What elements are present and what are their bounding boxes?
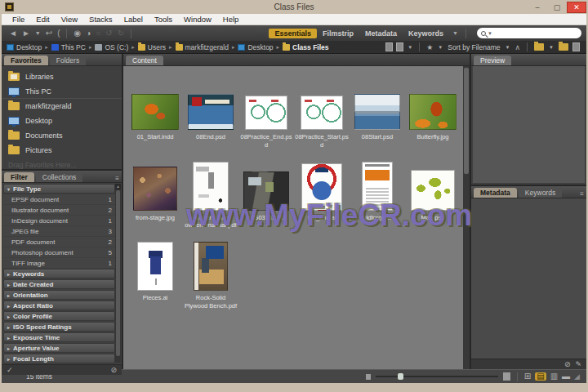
tab-keywords[interactable]: Keywords [519,188,562,198]
sort-by-label[interactable]: Sort by Filename [448,43,500,51]
tab-content[interactable]: Content [126,56,163,65]
smaller-thumbnails-icon[interactable] [366,374,371,380]
filter-section-color-profile[interactable]: ▸Color Profile [3,311,115,321]
menu-help[interactable]: Help [217,15,245,24]
breadcrumb-desktop2[interactable]: Desktop [238,43,273,51]
filter-section-aperture[interactable]: ▸Aperture Value [3,343,115,353]
favorites-item-documents[interactable]: Documents [2,128,122,143]
filter-row-tiff[interactable]: TIFF image1 [3,258,115,268]
nav-dropdown-icon[interactable]: ▼ [35,30,41,36]
sort-ascending-icon[interactable]: ∧ [514,43,520,51]
file-from-stage-jpg[interactable]: from-stage.jpg [127,152,183,230]
file-map-psd[interactable]: Map.psd [405,152,461,230]
breadcrumb-users[interactable]: Users [138,43,166,51]
file-08practice-start-psd[interactable]: 08Practice_Start.psd [294,71,350,149]
larger-thumbnails-icon[interactable] [503,372,510,381]
refine-icon[interactable]: ◑ [86,29,91,38]
workspace-tab-metadata[interactable]: Metadata [359,29,403,38]
tab-folders[interactable]: Folders [50,56,86,65]
file-img0373-jpg[interactable]: IMG0373.JPG [238,152,294,230]
favorites-item-libraries[interactable]: Libraries [2,69,122,84]
file-08end-psd[interactable]: 08End.psd [183,71,238,149]
breadcrumb-os-c[interactable]: OS (C:) [95,43,128,51]
filter-section-orientation[interactable]: ▸Orientation [3,290,115,300]
menu-window[interactable]: Window [178,15,217,24]
file-08practice-end-psd[interactable]: 08Practice_End.psd [238,71,294,149]
tab-collections[interactable]: Collections [36,172,83,182]
content-scrollbar[interactable] [463,66,470,369]
lock-grid-view-icon[interactable]: ⊞ [524,372,531,381]
camera-import-icon[interactable]: ◉ [74,29,81,38]
keep-filter-icon[interactable]: ✓ [7,366,13,374]
tab-metadata[interactable]: Metadata [474,188,517,198]
filter-section-focal-length[interactable]: ▸Focal Length [3,354,115,363]
file-01-start-indd[interactable]: 01_Start.indd [127,71,183,149]
search-input[interactable]: ▼ [477,28,581,38]
file-oldforge-tif[interactable]: oldforge.tif [350,152,405,230]
star-dropdown-icon[interactable]: ▼ [438,45,443,50]
edit-metadata-icon[interactable]: ✎ [575,360,581,368]
breadcrumb-this-pc[interactable]: This PC [51,43,86,51]
file-butterfly-jpg[interactable]: Butterfly.jpg [405,71,461,149]
favorites-item-pictures[interactable]: Pictures [2,143,122,158]
filter-row-epsf[interactable]: EPSF document1 [3,194,115,204]
tab-filter[interactable]: Filter [4,172,34,182]
breadcrumb-class-files[interactable]: Class Files [283,43,328,51]
forward-icon[interactable]: ► [22,29,30,38]
list-view-icon[interactable]: ▬ [562,372,570,381]
reveal-recent-icon[interactable]: ( [57,29,60,38]
back-icon[interactable]: ◄ [9,29,17,38]
details-view-icon[interactable]: ▥ [550,372,558,381]
star-filter-icon[interactable]: ★ [426,43,433,51]
workspace-tab-essentials[interactable]: Essentials [269,29,317,38]
clear-filter-icon[interactable]: ⊘ [110,366,117,374]
filter-section-exposure-time[interactable]: ▸Exposure Time [3,332,115,342]
favorites-item-this-pc[interactable]: This PC [2,84,122,99]
menu-view[interactable]: View [56,15,83,24]
file-pieces-ai[interactable]: Pieces.ai [127,232,183,310]
cancel-metadata-icon[interactable]: ⊘ [564,360,571,368]
thumbnail-quality-icon[interactable] [385,42,393,51]
rotate-cw-icon[interactable]: ↻ [118,29,124,38]
filter-section-aspect-ratio[interactable]: ▸Aspect Ratio [3,301,115,310]
menu-tools[interactable]: Tools [149,15,178,24]
filter-section-date-created[interactable]: ▸Date Created [3,279,115,289]
filter-section-keywords[interactable]: ▸Keywords [3,269,115,278]
slider-handle[interactable] [398,373,403,380]
open-folder-icon[interactable] [534,43,544,51]
filter-row-photoshop[interactable]: Photoshop document5 [3,247,115,257]
thumbnail-quality-hq-icon[interactable] [396,42,403,51]
menu-edit[interactable]: Edit [30,15,55,24]
panel-menu-icon[interactable]: ≡ [580,190,584,198]
file-rock-solid-plywood-bench-pdf[interactable]: Rock-Solid Plywood Bench.pdf [183,232,238,310]
filter-row-jpeg[interactable]: JPEG file3 [3,226,115,236]
delete-icon[interactable] [572,42,580,51]
rotate-ccw-icon[interactable]: ↺ [105,29,112,38]
search-dropdown-icon[interactable]: ▼ [488,31,492,36]
file-t00-end-ai[interactable]: t00_end.ai [294,152,350,230]
open-camera-raw-icon[interactable]: ○ [96,29,100,38]
filter-row-illustrator[interactable]: Illustrator document2 [3,205,115,215]
workspace-tab-filmstrip[interactable]: Filmstrip [317,29,359,38]
thumbnail-size-slider[interactable] [376,376,498,377]
menu-file[interactable]: File [7,15,30,24]
workspace-tab-keywords[interactable]: Keywords [403,29,449,38]
workspace-dropdown-icon[interactable]: ▼ [452,30,458,36]
menu-stacks[interactable]: Stacks [83,15,118,24]
filter-section-iso[interactable]: ▸ISO Speed Ratings [3,322,115,332]
tab-favorites[interactable]: Favorites [4,56,48,65]
thumbnail-view-icon[interactable]: ▤ [535,372,546,381]
filter-row-indesign[interactable]: InDesign document1 [3,216,115,225]
quality-dropdown-icon[interactable]: ▼ [408,45,412,50]
breadcrumb-desktop[interactable]: Desktop [7,43,42,51]
filter-section-file-type[interactable]: ▾File Type [3,184,115,194]
favorites-item-desktop[interactable]: Desktop [2,114,122,128]
sort-dropdown-icon[interactable]: ▼ [506,45,510,50]
file-hoover-manual-pdf[interactable]: Hoover Savvy owners manual.pdf [183,152,238,230]
menu-label[interactable]: Label [118,15,149,24]
favorites-item-markfitzgerald[interactable]: markfitzgerald [2,99,122,114]
filter-scrollbar[interactable]: ▲ [115,184,121,363]
return-to-app-icon[interactable]: ↩ [46,29,52,38]
breadcrumb-markfitzgerald[interactable]: markfitzgerald [176,43,229,51]
open-dropdown-icon[interactable]: ▼ [549,45,554,50]
